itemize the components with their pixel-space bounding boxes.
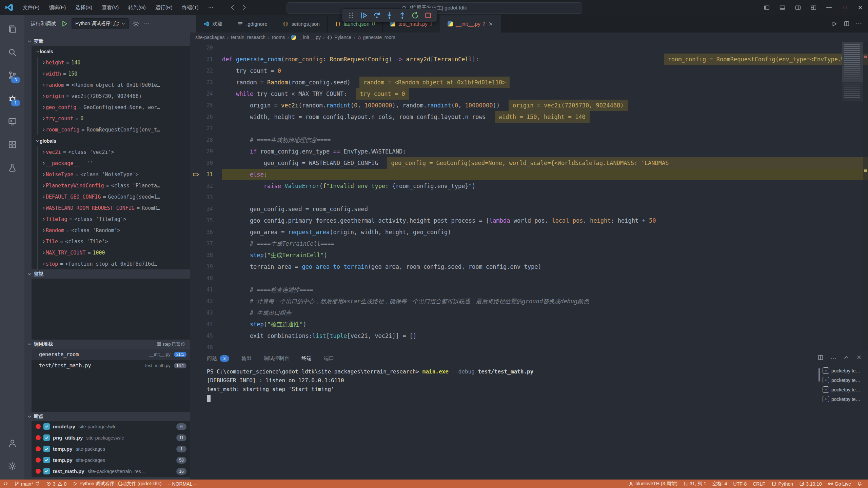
tab-__init__-py[interactable]: __init__.py2 <box>440 15 501 33</box>
debug-more-actions-icon[interactable]: ⋯ <box>143 20 151 27</box>
variable-group-globals[interactable]: globals <box>32 135 190 146</box>
menu-item-5[interactable]: 转到(G) <box>124 3 150 13</box>
variable-row[interactable]: NoiseType=<class 'NoiseType'> <box>38 169 190 180</box>
code-editor[interactable]: 2021def generate_room(room_config: RoomR… <box>190 42 868 351</box>
code-line-28[interactable]: 28 # ====生成初始地理信息==== <box>190 134 868 146</box>
restart-icon[interactable] <box>411 12 419 19</box>
menu-item-1[interactable]: 文件(F) <box>18 3 44 13</box>
code-line-26[interactable]: 26 width, height = room_config.layout.n_… <box>190 111 868 123</box>
breakpoint-checkbox[interactable] <box>43 434 50 441</box>
eol[interactable]: CRLF <box>750 480 768 488</box>
code-line-30[interactable]: 30 geo_config = WASTELAND_GEO_CONFIGgeo_… <box>190 157 868 169</box>
problems[interactable]: 30 <box>43 480 70 488</box>
code-line-22[interactable]: 22 try_count = 0 <box>190 65 868 77</box>
go-live[interactable]: Go Live <box>825 480 854 488</box>
panel-tab-端口[interactable]: 端口 <box>324 355 334 362</box>
continue-icon[interactable] <box>360 12 368 19</box>
panel-tab-问题[interactable]: 问题3 <box>207 355 229 362</box>
breadcrumb-item-Pylance[interactable]: {}Pylance <box>327 35 351 40</box>
variable-row[interactable]: try_count=0 <box>38 113 190 124</box>
start-debug-icon[interactable] <box>61 20 68 27</box>
debug-config-select[interactable]: Python 调试程序: 启: <box>72 18 129 29</box>
breakpoint-checkbox[interactable] <box>43 468 50 474</box>
activity-item-source-control[interactable]: 3 <box>0 64 24 87</box>
step-out-icon[interactable] <box>398 12 406 19</box>
language-mode[interactable]: {}Python <box>768 480 796 488</box>
terminal-instance[interactable]: >pocketpy te… <box>823 367 866 374</box>
debug-session[interactable]: Python 调试程序: 启动文件 (godot-ldtk) <box>70 480 164 488</box>
activity-item-search[interactable] <box>0 41 24 64</box>
code-line-23[interactable]: 23 random = Random(room_config.seed)rand… <box>190 77 868 88</box>
cursor-position[interactable]: 行 31, 列 1 <box>680 480 709 488</box>
editor-more-actions-icon[interactable]: ⋯ <box>856 20 862 27</box>
stop-icon[interactable] <box>424 12 432 19</box>
minimize-button[interactable]: — <box>821 0 837 15</box>
customize-layout-icon[interactable] <box>806 0 821 15</box>
toggle-sidebar-icon[interactable] <box>759 0 774 15</box>
activity-item-settings[interactable] <box>0 454 24 477</box>
toggle-panel-icon[interactable] <box>774 0 790 15</box>
code-line-27[interactable]: 27 <box>190 123 868 134</box>
breakpoint-checkbox[interactable] <box>43 423 50 430</box>
activity-item-run-and-debug[interactable]: 1 <box>0 87 24 110</box>
code-line-32[interactable]: 32 raise ValueError(f"Invalid env type: … <box>190 180 868 192</box>
breakpoint-row[interactable]: png_utils.pysite-packages\wfc11 <box>32 432 190 443</box>
step-into-icon[interactable] <box>386 12 393 19</box>
terminal-instance[interactable]: >pocketpy te… <box>823 377 866 383</box>
variable-row[interactable]: Tile=<class 'Tile'> <box>38 236 190 247</box>
close-panel-icon[interactable] <box>856 354 862 360</box>
code-line-40[interactable]: 40 <box>190 272 868 284</box>
variable-row[interactable]: room_config=RoomRequestConfig(env_t… <box>38 124 190 135</box>
remote-indicator[interactable] <box>0 480 11 488</box>
panel-tab-终端[interactable]: 终端 <box>301 355 312 362</box>
minimap[interactable] <box>842 42 863 101</box>
notifications[interactable] <box>854 480 865 488</box>
code-line-33[interactable]: 33 <box>190 192 868 203</box>
code-line-37[interactable]: 37 # ====生成TerrainCell==== <box>190 238 868 249</box>
python-version[interactable]: 3.10.10 <box>796 480 825 488</box>
variable-row[interactable]: vec2i=<class 'vec2i'> <box>38 146 190 158</box>
code-line-36[interactable]: 36 geo_area = request_area(origin, width… <box>190 226 868 238</box>
code-line-35[interactable]: 35 geo_config.primary_forces.geothermal_… <box>190 215 868 226</box>
menu-item-8[interactable]: ⋯ <box>204 3 218 12</box>
code-line-44[interactable]: 44 step("检查连通性") <box>190 319 868 330</box>
variable-row[interactable]: __package__='' <box>38 158 190 169</box>
breadcrumb-item-generate_room[interactable]: ◇generate_room <box>358 35 395 40</box>
section-header-call-stack[interactable]: 调用堆栈因 step 已暂停 <box>24 340 190 349</box>
breadcrumb-item-rooms[interactable]: rooms <box>272 35 285 40</box>
variable-row[interactable]: random=<Random object at 0x1bf9d01e… <box>38 79 190 90</box>
breakpoint-checkbox[interactable] <box>43 446 50 452</box>
variable-row[interactable]: TileTag=<class 'TileTag'> <box>38 214 190 225</box>
section-header-watch[interactable]: 监视 <box>24 269 190 279</box>
terminal-instance[interactable]: >pocketpy te… <box>823 396 866 402</box>
split-terminal-icon[interactable] <box>817 354 824 361</box>
terminal-instance[interactable]: >pocketpy te… <box>823 386 866 393</box>
maximize-panel-icon[interactable] <box>843 354 849 361</box>
step-over-icon[interactable] <box>373 12 381 19</box>
breakpoint-row[interactable]: temp.pysite-packages58 <box>32 454 190 466</box>
git-branch[interactable]: main* <box>11 480 43 488</box>
menu-item-4[interactable]: 查看(V) <box>97 3 123 13</box>
variable-row[interactable]: MAX_TRY_COUNT=1000 <box>38 247 190 258</box>
tab-close-icon[interactable] <box>488 21 493 26</box>
code-line-41[interactable]: 41 # ====检查连通性==== <box>190 284 868 296</box>
code-line-42[interactable]: 42 # 计算每一个出口的中心，然后使用astar生成路径，确保每一个出口组合都… <box>190 296 868 307</box>
activity-item-extensions[interactable] <box>0 133 24 156</box>
code-line-43[interactable]: 43 # 生成出口组合 <box>190 307 868 319</box>
close-button[interactable]: ✕ <box>852 0 868 15</box>
variable-row[interactable]: DEFAULT_GEO_CONFIG=GeoConfig(seed=1… <box>38 191 190 202</box>
code-line-20[interactable]: 20 <box>190 42 868 54</box>
breakpoint-row[interactable]: temp.pysite-packages1 <box>32 443 190 454</box>
maximize-button[interactable]: □ <box>837 0 852 15</box>
breadcrumb-item-__init__-py[interactable]: __init__.py <box>291 35 321 40</box>
breakpoint-row[interactable]: test_math.pysite-packages\terrain_res…16 <box>32 466 190 477</box>
activity-item-accounts[interactable] <box>0 431 24 454</box>
nav-back-icon[interactable] <box>229 4 236 11</box>
code-line-31[interactable]: 31 else: <box>190 169 868 180</box>
stack-frame[interactable]: test/test_math.pytest_math.py16:1 <box>32 360 190 371</box>
code-line-38[interactable]: 38 step("生成TerrainCell") <box>190 249 868 261</box>
breadcrumb-item-terrain_research[interactable]: terrain_research <box>231 35 265 40</box>
nav-forward-icon[interactable] <box>241 4 248 11</box>
split-editor-icon[interactable] <box>844 21 850 27</box>
menu-item-6[interactable]: 运行(R) <box>151 3 177 13</box>
